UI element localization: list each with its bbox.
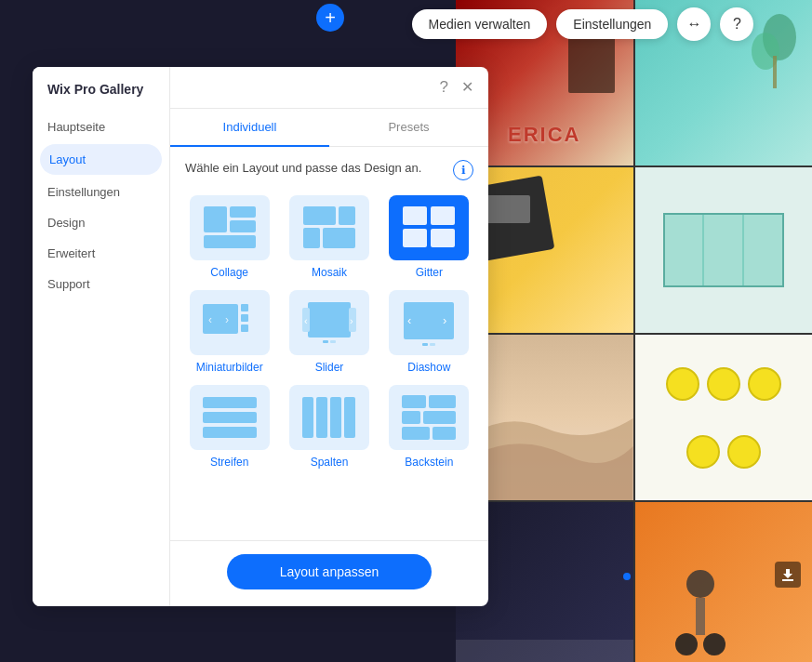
svg-rect-38 (203, 397, 257, 408)
layout-backstein-label: Backstein (405, 456, 453, 469)
sidebar-item-layout[interactable]: Layout (40, 144, 162, 175)
plus-button[interactable]: + (316, 4, 344, 32)
svg-rect-15 (323, 228, 355, 248)
svg-rect-49 (402, 427, 430, 440)
top-toolbar: + Medien verwalten Einstellungen ↔ ? (353, 7, 812, 41)
layout-btn-row: Layout anpassen (170, 540, 488, 606)
layout-option-diashow[interactable]: ‹ › Diashow (385, 290, 473, 374)
layout-mosaik-label: Mosaik (312, 266, 347, 279)
layout-gitter-label: Gitter (416, 266, 443, 279)
layout-option-mosaik[interactable]: Mosaik (285, 195, 373, 279)
tab-individual[interactable]: Individuell (170, 109, 329, 147)
svg-rect-10 (230, 220, 256, 232)
svg-rect-4 (696, 598, 705, 635)
svg-rect-17 (431, 206, 455, 225)
panel: Wix Pro Gallery Hauptseite Layout Einste… (33, 67, 488, 606)
svg-rect-31 (323, 340, 328, 343)
layout-option-miniaturbilder[interactable]: ‹ › Miniaturbilder (185, 290, 273, 374)
layout-option-streifen[interactable]: Streifen (185, 385, 273, 469)
svg-rect-8 (204, 206, 227, 232)
layout-option-gitter[interactable]: Gitter (385, 195, 473, 279)
layout-slider-label: Slider (315, 361, 344, 374)
svg-rect-39 (203, 412, 257, 423)
svg-rect-36 (422, 343, 428, 346)
layout-option-collage[interactable]: Collage (185, 195, 273, 279)
svg-point-5 (675, 633, 698, 655)
svg-text:‹: ‹ (304, 315, 308, 326)
sidebar-item-support[interactable]: Support (33, 269, 169, 299)
layout-streifen-label: Streifen (210, 456, 248, 469)
sidebar-item-einstellungen[interactable]: Einstellungen (33, 177, 169, 207)
svg-rect-48 (423, 411, 456, 424)
svg-rect-12 (303, 206, 336, 225)
svg-rect-43 (330, 397, 341, 438)
svg-rect-47 (402, 411, 420, 424)
svg-rect-16 (403, 206, 427, 225)
svg-rect-40 (203, 427, 257, 438)
svg-point-3 (686, 570, 714, 598)
layout-description: Wähle ein Layout und passe das Design an… (185, 160, 421, 177)
svg-rect-44 (344, 397, 355, 438)
gallery-img-4 (635, 167, 813, 333)
download-icon[interactable] (775, 562, 801, 588)
svg-rect-14 (303, 228, 320, 248)
layout-diashow-label: Diashow (407, 361, 450, 374)
info-icon[interactable]: ℹ (453, 160, 473, 180)
layout-option-backstein[interactable]: Backstein (385, 385, 473, 469)
arrows-icon: ↔ (686, 16, 701, 33)
svg-rect-7 (782, 579, 793, 581)
svg-rect-23 (241, 324, 248, 332)
settings-button[interactable]: Einstellungen (556, 9, 668, 39)
main-content: ? ✕ Individuell Presets Wähle ein Layout… (170, 67, 488, 606)
svg-rect-9 (230, 206, 256, 218)
sidebar-item-design[interactable]: Design (33, 207, 169, 238)
svg-rect-13 (339, 206, 355, 225)
svg-text:›: › (225, 313, 229, 326)
sidebar-item-erweitert[interactable]: Erweitert (33, 238, 169, 269)
svg-rect-42 (316, 397, 327, 438)
gallery-img-6 (635, 335, 813, 500)
layout-spalten-label: Spalten (311, 456, 349, 469)
svg-rect-45 (402, 395, 426, 408)
tab-presets[interactable]: Presets (329, 109, 488, 146)
panel-help-icon[interactable]: ? (440, 78, 448, 97)
panel-header-icons: ? ✕ (440, 78, 473, 97)
svg-rect-41 (302, 397, 313, 438)
svg-rect-37 (430, 343, 435, 346)
svg-rect-32 (330, 340, 336, 343)
svg-rect-50 (433, 427, 456, 440)
svg-rect-19 (431, 229, 455, 247)
svg-rect-22 (241, 314, 248, 322)
arrows-button[interactable]: ↔ (677, 7, 711, 41)
layout-miniaturbilder-label: Miniaturbilder (196, 361, 263, 374)
svg-rect-21 (241, 304, 248, 311)
panel-close-icon[interactable]: ✕ (461, 78, 473, 97)
layout-grid: Collage Mosaik (185, 195, 473, 469)
panel-title: Wix Pro Gallery (33, 82, 169, 112)
layout-option-spalten[interactable]: Spalten (285, 385, 373, 469)
svg-text:›: › (350, 315, 353, 326)
carousel-dot (623, 573, 631, 580)
svg-text:‹: ‹ (407, 313, 411, 327)
svg-point-6 (703, 633, 725, 655)
panel-header: ? ✕ (170, 67, 488, 109)
layout-collage-label: Collage (210, 266, 248, 279)
tabs: Individuell Presets (170, 109, 488, 147)
svg-rect-11 (204, 235, 256, 248)
layout-option-slider[interactable]: ‹ › Slider (285, 290, 373, 374)
svg-text:‹: ‹ (208, 313, 212, 326)
svg-text:›: › (443, 313, 446, 327)
svg-rect-18 (403, 229, 427, 247)
sidebar: Wix Pro Gallery Hauptseite Layout Einste… (33, 67, 170, 606)
media-manage-button[interactable]: Medien verwalten (412, 9, 548, 39)
layout-section: Wähle ein Layout und passe das Design an… (170, 147, 488, 540)
help-top-button[interactable]: ? (720, 7, 753, 41)
svg-rect-26 (308, 302, 351, 338)
svg-rect-46 (429, 395, 456, 408)
sidebar-item-hauptseite[interactable]: Hauptseite (33, 112, 169, 142)
help-top-icon: ? (733, 16, 741, 33)
svg-rect-2 (773, 56, 777, 88)
layout-anpassen-button[interactable]: Layout anpassen (227, 554, 432, 589)
